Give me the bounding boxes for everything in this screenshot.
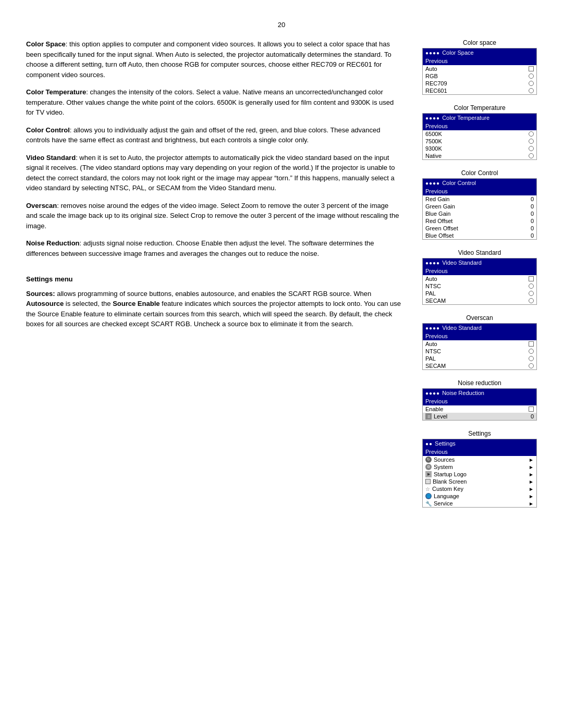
system-icon: ⚙	[425, 464, 432, 470]
settings-title-text: Settings	[435, 440, 456, 447]
noise-reduction-bold: Noise Reduction	[26, 239, 80, 247]
color-temperature-6500k-radio[interactable]	[529, 131, 534, 137]
color-temperature-7500k-row[interactable]: 7500K	[423, 138, 536, 145]
settings-sources-icon-group: ↻ Sources	[425, 456, 455, 463]
sources-icon: ↻	[425, 456, 432, 463]
settings-dots: ●●	[425, 441, 433, 447]
color-temperature-menu-section: Color Temperature ●●●● Color Temperature…	[422, 104, 537, 160]
color-space-rec709-radio[interactable]	[529, 81, 534, 86]
overscan-pal-radio[interactable]	[529, 356, 534, 361]
blank-screen-arrow-icon: ►	[529, 479, 534, 485]
overscan-menu-section: Overscan ●●●● Video Standard Previous Au…	[422, 314, 537, 370]
color-control-red-gain-row[interactable]: Red Gain 0	[423, 195, 536, 203]
color-space-rgb-radio[interactable]	[529, 73, 534, 79]
color-space-rgb-label: RGB	[425, 73, 438, 79]
color-space-rec601-row[interactable]: REC601	[423, 87, 536, 94]
color-temperature-7500k-label: 7500K	[425, 138, 442, 144]
overscan-ntsc-radio[interactable]	[529, 349, 534, 354]
video-standard-secam-label: SECAM	[425, 298, 446, 304]
video-standard-ntsc-row[interactable]: NTSC	[423, 282, 536, 290]
color-control-red-offset-label: Red Offset	[425, 218, 452, 224]
color-control-bold: Color Control	[26, 126, 70, 134]
video-standard-dots: ●●●●	[425, 260, 440, 266]
overscan-title-bar: ●●●● Video Standard	[423, 324, 536, 332]
settings-language-label: Language	[434, 493, 459, 499]
color-temperature-native-label: Native	[425, 153, 442, 159]
settings-sources-paragraph: Sources: allows programming of source bu…	[26, 289, 401, 329]
video-standard-secam-row[interactable]: SECAM	[423, 297, 536, 304]
startup-icon: ▶	[425, 471, 432, 477]
video-standard-pal-row[interactable]: PAL	[423, 290, 536, 297]
color-control-blue-gain-row[interactable]: Blue Gain 0	[423, 210, 536, 217]
color-temperature-previous-row[interactable]: Previous	[423, 122, 536, 130]
noise-reduction-paragraph: Noise Reduction: adjusts signal noise re…	[26, 238, 401, 258]
overscan-auto-label: Auto	[425, 341, 437, 347]
color-space-rgb-row[interactable]: RGB	[423, 72, 536, 80]
color-temperature-7500k-radio[interactable]	[529, 139, 534, 144]
noise-reduction-level-icon-group: ☰ Level	[425, 413, 447, 419]
settings-service-row[interactable]: 🔧 Service ►	[423, 500, 536, 507]
overscan-auto-row[interactable]: Auto	[423, 340, 536, 348]
noise-reduction-title-bar: ●●●● Noise Reduction	[423, 389, 536, 397]
noise-reduction-level-row[interactable]: ☰ Level 0	[423, 413, 536, 420]
color-space-rec601-radio[interactable]	[529, 88, 534, 93]
noise-reduction-previous-row[interactable]: Previous	[423, 397, 536, 405]
color-control-green-gain-row[interactable]: Green Gain 0	[423, 203, 536, 210]
settings-startup-row[interactable]: ▶ Startup Logo ►	[423, 471, 536, 478]
settings-system-row[interactable]: ⚙ System ►	[423, 463, 536, 471]
service-arrow-icon: ►	[529, 501, 534, 507]
video-standard-previous-row[interactable]: Previous	[423, 267, 536, 275]
settings-sources-row[interactable]: ↻ Sources ►	[423, 456, 536, 463]
overscan-ntsc-row[interactable]: NTSC	[423, 348, 536, 355]
sources-arrow-icon: ►	[529, 457, 534, 463]
color-control-blue-offset-row[interactable]: Blue Offset 0	[423, 232, 536, 239]
color-control-menu-section: Color Control ●●●● Color Control Previou…	[422, 169, 537, 240]
video-standard-secam-radio[interactable]	[529, 298, 534, 303]
overscan-pal-row[interactable]: PAL	[423, 355, 536, 362]
video-standard-pal-radio[interactable]	[529, 291, 534, 296]
video-standard-auto-row[interactable]: Auto	[423, 275, 536, 282]
overscan-secam-row[interactable]: SECAM	[423, 362, 536, 369]
overscan-title-text: Video Standard	[442, 325, 482, 331]
overscan-dots: ●●●●	[425, 325, 440, 331]
color-temperature-native-row[interactable]: Native	[423, 152, 536, 159]
settings-blank-screen-label: Blank Screen	[433, 478, 467, 485]
overscan-paragraph: Overscan: removes noise around the edges…	[26, 201, 401, 231]
color-temperature-9300k-radio[interactable]	[529, 146, 534, 151]
color-control-previous-row[interactable]: Previous	[423, 187, 536, 195]
overscan-secam-radio[interactable]	[529, 363, 534, 368]
system-arrow-icon: ►	[529, 464, 534, 470]
color-temperature-native-radio[interactable]	[529, 153, 534, 158]
color-control-red-offset-row[interactable]: Red Offset 0	[423, 217, 536, 225]
color-space-auto-checkbox[interactable]	[529, 66, 534, 71]
settings-menu-label: Settings	[422, 430, 537, 437]
color-temperature-title-text: Color Temperature	[442, 115, 489, 121]
noise-reduction-menu-label: Noise reduction	[422, 379, 537, 387]
custom-key-icon: ☆	[425, 486, 430, 492]
color-temperature-9300k-label: 9300K	[425, 145, 442, 152]
video-standard-auto-checkbox[interactable]	[529, 276, 534, 281]
color-space-rec709-row[interactable]: REC709	[423, 80, 536, 87]
video-standard-pal-label: PAL	[425, 290, 436, 297]
overscan-previous-row[interactable]: Previous	[423, 332, 536, 340]
video-standard-title-text: Video Standard	[442, 260, 482, 266]
noise-reduction-enable-row[interactable]: Enable	[423, 405, 536, 413]
color-space-bold: Color Space	[26, 40, 66, 48]
level-icon: ☰	[425, 413, 432, 419]
color-control-green-offset-row[interactable]: Green Offset 0	[423, 225, 536, 232]
settings-sources-label: Sources	[434, 456, 455, 463]
startup-arrow-icon: ►	[529, 472, 534, 477]
video-standard-ntsc-radio[interactable]	[529, 283, 534, 289]
settings-blank-screen-row[interactable]: Blank Screen ►	[423, 478, 536, 485]
settings-language-row[interactable]: 🌐 Language ►	[423, 492, 536, 500]
overscan-auto-checkbox[interactable]	[529, 341, 534, 347]
video-standard-menu-label: Video Standard	[422, 249, 537, 256]
noise-reduction-enable-checkbox[interactable]	[529, 406, 534, 412]
color-temperature-9300k-row[interactable]: 9300K	[423, 145, 536, 152]
settings-custom-key-row[interactable]: ☆ Custom Key ►	[423, 485, 536, 492]
color-space-auto-row[interactable]: Auto	[423, 65, 536, 72]
color-space-previous-row[interactable]: Previous	[423, 57, 536, 65]
color-temperature-6500k-row[interactable]: 6500K	[423, 130, 536, 138]
settings-previous-row[interactable]: Previous	[423, 448, 536, 456]
color-space-title-text: Color Space	[442, 50, 474, 56]
